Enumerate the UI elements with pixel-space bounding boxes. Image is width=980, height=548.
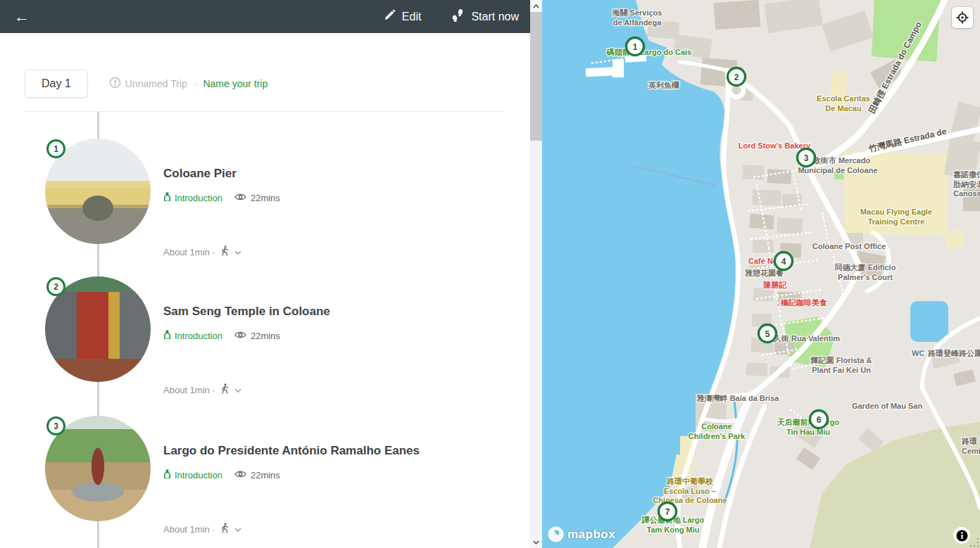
- place-meta: Introduction 22mins: [163, 192, 280, 203]
- chevron-down-icon: [234, 524, 241, 535]
- svg-text:4: 4: [781, 257, 786, 267]
- svg-text:5: 5: [765, 329, 770, 339]
- map[interactable]: 海關 Serviçosde Alfândega碼頭前地 Largo do Cai…: [542, 0, 980, 548]
- place-title[interactable]: Sam Seng Temple in Coloane: [163, 305, 330, 319]
- scroll-up-button[interactable]: [530, 0, 542, 12]
- mapbox-logo[interactable]: mapbox: [548, 526, 615, 542]
- place-meta: Introduction 22mins: [163, 330, 280, 341]
- guide-person-icon: [163, 469, 171, 480]
- travel-note: About 1min ·: [163, 524, 215, 535]
- travel-segment[interactable]: About 1min ·: [163, 383, 241, 396]
- introduction-label: Introduction: [175, 331, 222, 341]
- place-item-1: 1 Coloane Pier Introduction 22mins About…: [45, 139, 510, 276]
- vertical-scrollbar[interactable]: [530, 0, 542, 548]
- name-your-trip-link[interactable]: Name your trip: [203, 78, 268, 89]
- map-label: 路環Cemit: [961, 437, 980, 455]
- map-label: Lord Stow's Bakery: [739, 141, 811, 150]
- view-time: 22mins: [234, 470, 280, 480]
- map-pond: [910, 301, 948, 342]
- trip-name-wrap: Unnamed Trip · Name your trip: [109, 77, 268, 91]
- app-window: ← Edit: [0, 0, 980, 548]
- introduction-link[interactable]: Introduction: [163, 469, 222, 480]
- map-label: Garden of Mau San: [852, 402, 923, 410]
- edit-button[interactable]: Edit: [384, 9, 422, 24]
- place-title[interactable]: Largo do Presidente António Ramalho Eane…: [163, 444, 420, 458]
- svg-text:7: 7: [665, 507, 670, 517]
- place-item-2: 2 Sam Seng Temple in Coloane Introductio…: [45, 276, 510, 414]
- info-circle-icon: [109, 77, 121, 91]
- trip-name-text: Unnamed Trip: [125, 78, 187, 89]
- svg-text:3: 3: [804, 153, 809, 163]
- view-time-label: 22mins: [251, 193, 280, 203]
- tab-day-1[interactable]: Day 1: [25, 70, 88, 98]
- map-marker-3[interactable]: 3: [798, 149, 815, 167]
- footsteps-icon: [451, 9, 465, 25]
- resize-handle[interactable]: [970, 538, 979, 547]
- start-now-button[interactable]: Start now: [451, 9, 519, 25]
- app-header: ← Edit: [0, 0, 530, 33]
- map-label: Macau Flying EagleTraining Centre: [860, 208, 932, 226]
- map-label: Coloane Post Office: [812, 242, 886, 250]
- map-label: 碼頭前地 Largo do Cais: [606, 48, 691, 57]
- map-marker-1[interactable]: 1: [627, 38, 644, 56]
- place-item-body: Sam Seng Temple in Coloane Introduction …: [163, 276, 501, 414]
- travel-note: About 1min ·: [163, 385, 215, 395]
- walk-icon: [220, 246, 230, 258]
- map-label: 雅憩花園餐: [744, 269, 784, 277]
- map-marker-7[interactable]: 7: [659, 503, 677, 521]
- map-marker-5[interactable]: 5: [759, 325, 777, 343]
- map-label: 路環登峰路公園: [927, 349, 980, 357]
- map-label: 英利魚欄: [648, 81, 679, 89]
- eye-icon: [234, 331, 246, 341]
- svg-text:6: 6: [817, 415, 822, 425]
- introduction-link[interactable]: Introduction: [163, 330, 222, 341]
- map-marker-6[interactable]: 6: [810, 411, 828, 428]
- view-time: 22mins: [234, 193, 280, 203]
- mapbox-mark-icon: [548, 526, 564, 542]
- introduction-link[interactable]: Introduction: [163, 192, 222, 203]
- map-marker-4[interactable]: 4: [775, 253, 793, 270]
- map-label: 嘉諾撒仁肋納安老院Canossiana: [953, 170, 980, 198]
- mapbox-wordmark: mapbox: [567, 528, 615, 542]
- view-time: 22mins: [234, 331, 280, 341]
- place-title[interactable]: Coloane Pier: [163, 167, 237, 181]
- view-time-label: 22mins: [251, 470, 280, 480]
- introduction-label: Introduction: [175, 470, 222, 480]
- chevron-down-icon: [234, 247, 241, 257]
- view-time-label: 22mins: [251, 331, 280, 341]
- walk-icon: [220, 523, 230, 535]
- stop-number-badge: 1: [46, 139, 65, 158]
- introduction-label: Introduction: [175, 193, 222, 203]
- header-actions: Edit Start now: [384, 0, 519, 33]
- chevron-down-icon: [234, 385, 241, 395]
- map-label: 同德大廈 EdifícioPalmer's Court: [835, 263, 896, 281]
- place-item-body: Largo do Presidente António Ramalho Eane…: [163, 416, 501, 548]
- travel-note: About 1min ·: [163, 247, 215, 257]
- edit-label: Edit: [402, 11, 422, 23]
- place-meta: Introduction 22mins: [163, 469, 280, 480]
- map-label: 橋記咖啡美食: [780, 298, 827, 307]
- trip-bar: Day 1 Unnamed Trip · Name your trip: [25, 70, 268, 98]
- travel-segment[interactable]: About 1min ·: [163, 523, 241, 535]
- guide-person-icon: [163, 192, 171, 203]
- start-now-label: Start now: [471, 11, 519, 23]
- stop-number-badge: 3: [46, 416, 65, 435]
- eye-icon: [234, 193, 246, 203]
- stop-number-badge: 2: [46, 277, 65, 296]
- eye-icon: [234, 470, 246, 480]
- separator-dot: ·: [194, 78, 198, 89]
- travel-segment[interactable]: About 1min ·: [163, 246, 241, 258]
- itinerary-panel: ← Edit: [0, 0, 530, 548]
- place-item-3: 3 Largo do Presidente António Ramalho Ea…: [45, 416, 510, 548]
- scroll-down-button[interactable]: [530, 536, 542, 548]
- back-button[interactable]: ←: [11, 6, 32, 27]
- geolocate-button[interactable]: [952, 7, 973, 28]
- scrollbar-thumb[interactable]: [530, 12, 542, 141]
- pencil-icon: [384, 9, 396, 24]
- map-label: WC: [912, 349, 924, 357]
- map-attribution-info-button[interactable]: [953, 527, 970, 544]
- map-marker-2[interactable]: 2: [728, 68, 746, 86]
- map-label: 雅濤灣畔 Baía da Brisa: [696, 394, 780, 402]
- map-label: 海關 Serviçosde Alfândega: [612, 8, 662, 27]
- walk-icon: [220, 383, 230, 396]
